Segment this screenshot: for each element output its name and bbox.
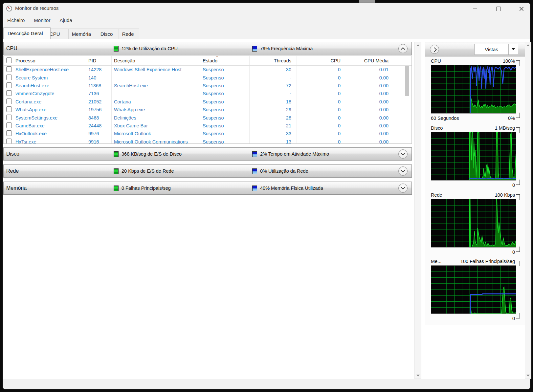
cell-threads: 33 bbox=[249, 131, 293, 136]
header-cpu[interactable]: CPU bbox=[293, 58, 342, 63]
table-row[interactable]: GameBar.exe 24448 Xbox Game Bar Suspenso… bbox=[4, 122, 411, 130]
table-row[interactable]: SystemSettings.exe 8468 Definições Suspe… bbox=[4, 114, 411, 121]
table-row[interactable]: SearchHost.exe 11368 SearchHost.exe Susp… bbox=[4, 82, 411, 90]
process-checkbox[interactable] bbox=[6, 106, 12, 112]
scale-bracket-top bbox=[516, 60, 520, 66]
process-checkbox[interactable] bbox=[6, 98, 12, 104]
process-checkbox[interactable] bbox=[6, 122, 12, 128]
cell-estado: Suspenso bbox=[200, 67, 249, 72]
scroll-down-icon[interactable] bbox=[416, 375, 420, 377]
table-row[interactable]: Cortana.exe 21052 Cortana Suspenso 18 0 … bbox=[4, 98, 411, 106]
section-title-cpu: CPU bbox=[6, 46, 17, 52]
process-checkbox[interactable] bbox=[6, 115, 12, 120]
cell-estado: Suspenso bbox=[200, 99, 249, 104]
window-title: Monitor de recursos bbox=[15, 5, 59, 11]
expand-rede-button[interactable] bbox=[398, 166, 408, 176]
blue-meter-icon bbox=[252, 185, 257, 191]
cell-threads: 72 bbox=[249, 83, 293, 88]
cell-pid: 21052 bbox=[86, 99, 111, 104]
section-bar-cpu[interactable]: CPU 12% de Utilização da CPU 79% Frequên… bbox=[3, 42, 412, 55]
cell-pid: 140 bbox=[86, 75, 111, 80]
header-cpu-media[interactable]: CPU Média bbox=[342, 58, 390, 63]
cell-pid: 11368 bbox=[86, 83, 111, 88]
screen: { "window": { "title": "Monitor de recur… bbox=[0, 0, 533, 392]
cell-cpu: 0 bbox=[293, 75, 342, 80]
menu-ficheiro[interactable]: Ficheiro bbox=[3, 16, 29, 25]
cell-descricao: Microsoft Outlook bbox=[111, 131, 200, 136]
menu-ajuda[interactable]: Ajuda bbox=[55, 16, 77, 25]
section-bar-rede[interactable]: Rede 20 Kbps de E/S de Rede 0% Utilizaçã… bbox=[3, 164, 412, 178]
cell-pid: 19756 bbox=[86, 107, 111, 112]
table-row[interactable]: WhatsApp.exe 19756 WhatsApp.exe Suspenso… bbox=[4, 106, 411, 114]
scroll-up-icon[interactable] bbox=[526, 44, 530, 46]
graph-title: CPU bbox=[431, 58, 441, 64]
maximize-icon bbox=[496, 7, 501, 11]
disco-io-indicator: 368 KB/seg de E/S de Disco bbox=[114, 151, 182, 157]
maximize-button[interactable] bbox=[493, 5, 504, 13]
views-button-label: Vistas bbox=[475, 47, 508, 52]
chevron-up-icon bbox=[401, 47, 405, 52]
header-estado[interactable]: Estado bbox=[200, 58, 249, 63]
cell-cpu: 0 bbox=[293, 123, 342, 128]
cell-cpu-media: 0.00 bbox=[342, 83, 390, 88]
tab-memoria[interactable]: Memória bbox=[69, 29, 97, 39]
table-row[interactable]: ShellExperienceHost.exe 14228 Windows Sh… bbox=[4, 66, 411, 74]
section-title-memoria: Memória bbox=[6, 185, 27, 191]
table-row[interactable]: HxOutlook.exe 9976 Microsoft Outlook Sus… bbox=[4, 130, 411, 138]
expand-memoria-button[interactable] bbox=[398, 184, 408, 193]
process-checkbox[interactable] bbox=[6, 82, 12, 88]
rede-io-indicator: 20 Kbps de E/S de Rede bbox=[114, 168, 174, 174]
collapse-cpu-button[interactable] bbox=[398, 44, 408, 53]
cpu-graph bbox=[431, 65, 516, 114]
main-scrollbar[interactable] bbox=[414, 42, 421, 379]
select-all-checkbox[interactable] bbox=[6, 57, 12, 63]
table-row[interactable]: vmmemCmZygote 7136 Suspenso - 0 0.00 bbox=[4, 90, 411, 98]
cell-threads: 28 bbox=[249, 115, 293, 120]
header-pid[interactable]: PID bbox=[86, 58, 111, 63]
chevron-down-icon bbox=[401, 168, 405, 172]
close-button[interactable] bbox=[516, 5, 527, 13]
blue-meter-icon bbox=[252, 151, 257, 157]
process-checkbox[interactable] bbox=[6, 75, 12, 80]
process-checkbox[interactable] bbox=[6, 130, 12, 136]
scale-bracket-bottom bbox=[516, 247, 520, 252]
table-row[interactable]: HxTsr.exe 9916 Microsoft Outlook Communi… bbox=[4, 138, 411, 144]
tab-descricao-geral[interactable]: Descrição Geral bbox=[3, 27, 51, 39]
cell-pid: 7136 bbox=[86, 91, 111, 96]
views-button[interactable]: Vistas bbox=[474, 44, 518, 55]
scroll-up-icon[interactable] bbox=[416, 44, 420, 46]
graph-title: Disco bbox=[431, 125, 443, 131]
process-checkbox[interactable] bbox=[6, 139, 12, 144]
expand-panel-button[interactable] bbox=[430, 45, 439, 54]
cell-threads: 21 bbox=[249, 123, 293, 128]
cell-estado: Suspenso bbox=[200, 83, 249, 88]
tab-rede[interactable]: Rede bbox=[119, 29, 139, 39]
graph-min-label: 0 bbox=[512, 316, 515, 321]
minimize-button[interactable] bbox=[470, 5, 480, 13]
header-processo[interactable]: Processo bbox=[13, 58, 86, 63]
menu-monitor[interactable]: Monitor bbox=[29, 16, 55, 25]
table-row[interactable]: Secure System 140 Suspenso - 0 0.00 bbox=[4, 74, 411, 81]
views-dropdown-button[interactable] bbox=[508, 44, 518, 54]
right-scrollbar[interactable] bbox=[525, 42, 531, 379]
section-bar-memoria[interactable]: Memória 0 Falhas Principais/seg 40% Memó… bbox=[3, 182, 412, 195]
process-checkbox[interactable] bbox=[6, 66, 12, 72]
scroll-down-icon[interactable] bbox=[526, 375, 530, 377]
cell-estado: Suspenso bbox=[200, 107, 249, 112]
green-meter-icon bbox=[114, 151, 119, 157]
header-threads[interactable]: Threads bbox=[249, 58, 293, 63]
tab-disco[interactable]: Disco bbox=[97, 29, 119, 39]
cell-pid: 8468 bbox=[86, 115, 111, 120]
cell-cpu-media: 0.00 bbox=[342, 75, 390, 80]
graph-time-label: 60 Segundos bbox=[431, 116, 459, 121]
cell-cpu: 0 bbox=[293, 115, 342, 120]
rede-graph bbox=[431, 199, 516, 248]
process-checkbox[interactable] bbox=[6, 90, 12, 96]
section-bar-disco[interactable]: Disco 368 KB/seg de E/S de Disco 2% Temp… bbox=[3, 147, 412, 161]
header-descricao[interactable]: Descrição bbox=[111, 58, 200, 63]
close-icon bbox=[519, 7, 524, 11]
resource-monitor-app-icon bbox=[6, 5, 12, 12]
expand-disco-button[interactable] bbox=[398, 149, 408, 159]
cell-cpu-media: 0.00 bbox=[342, 131, 390, 136]
cell-processo: SystemSettings.exe bbox=[13, 115, 86, 120]
